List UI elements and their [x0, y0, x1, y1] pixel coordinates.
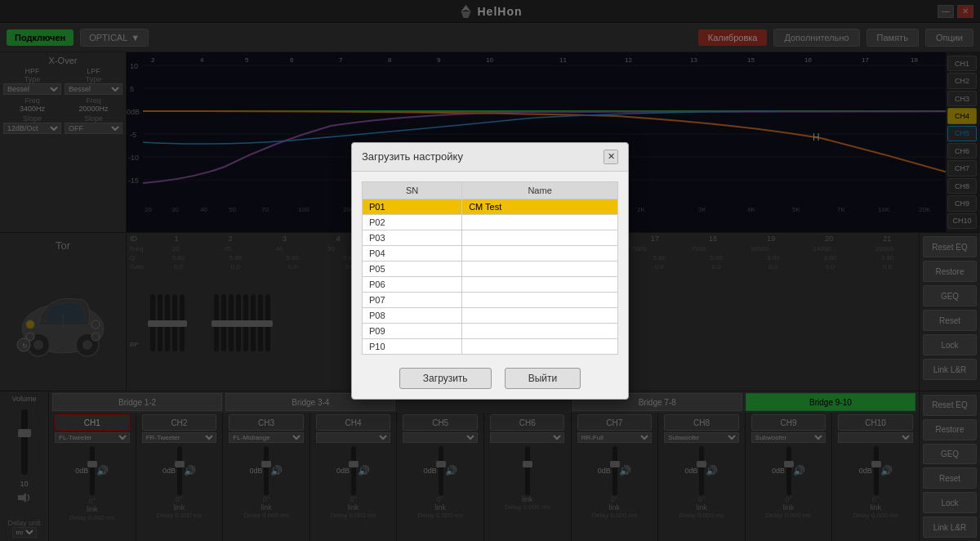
- dialog-overlay: Загрузить настройку ✕ SN Name P01 CM Tes: [0, 0, 980, 541]
- col-sn: SN: [363, 181, 462, 199]
- load-button[interactable]: Загрузить: [399, 368, 492, 389]
- dialog-body: SN Name P01 CM Test P02: [352, 172, 628, 364]
- cell-sn: P04: [363, 245, 462, 261]
- table-row[interactable]: P08: [363, 307, 618, 323]
- table-row[interactable]: P02: [363, 214, 618, 230]
- app-wrapper: HelHon — ✕ Подключен OPTICAL ▼ Калибровк…: [0, 0, 980, 541]
- dialog-title: Загрузить настройку: [362, 150, 463, 163]
- table-header-row: SN Name: [363, 181, 618, 199]
- dialog-footer: Загрузить Выйти: [352, 364, 628, 399]
- cell-name: [462, 338, 618, 354]
- cell-name: [462, 245, 618, 261]
- dialog-close-button[interactable]: ✕: [604, 150, 618, 164]
- cell-name: [462, 276, 618, 292]
- table-row[interactable]: P04: [363, 245, 618, 261]
- cell-sn: P06: [363, 276, 462, 292]
- cell-sn: P05: [363, 261, 462, 276]
- table-row[interactable]: P06: [363, 276, 618, 292]
- cell-name: [462, 292, 618, 307]
- cell-name: CM Test: [462, 199, 618, 214]
- table-row[interactable]: P01 CM Test: [363, 199, 618, 214]
- load-settings-dialog: Загрузить настройку ✕ SN Name P01 CM Tes: [351, 142, 629, 400]
- cell-name: [462, 230, 618, 245]
- table-row[interactable]: P07: [363, 292, 618, 307]
- table-header: SN Name: [363, 181, 618, 199]
- cell-name: [462, 261, 618, 276]
- cell-sn: P10: [363, 338, 462, 354]
- table-row[interactable]: P09: [363, 323, 618, 338]
- table-row[interactable]: P10: [363, 338, 618, 354]
- cell-sn: P01: [363, 199, 462, 214]
- exit-button[interactable]: Выйти: [505, 368, 581, 389]
- cell-sn: P08: [363, 307, 462, 323]
- table-row[interactable]: P03: [363, 230, 618, 245]
- col-name: Name: [462, 181, 618, 199]
- cell-sn: P03: [363, 230, 462, 245]
- cell-name: [462, 214, 618, 230]
- dialog-header: Загрузить настройку ✕: [352, 143, 628, 172]
- cell-sn: P02: [363, 214, 462, 230]
- table-row[interactable]: P05: [363, 261, 618, 276]
- table-body: P01 CM Test P02 P03 P04: [363, 199, 618, 354]
- cell-name: [462, 323, 618, 338]
- cell-sn: P07: [363, 292, 462, 307]
- settings-table: SN Name P01 CM Test P02: [362, 181, 618, 355]
- cell-sn: P09: [363, 323, 462, 338]
- cell-name: [462, 307, 618, 323]
